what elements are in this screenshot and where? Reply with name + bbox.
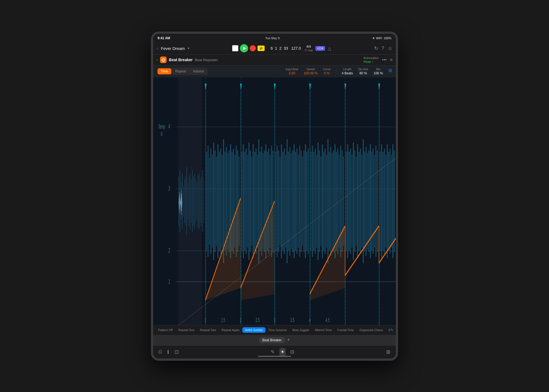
curve-value[interactable]: 0 % <box>324 71 330 75</box>
power-button[interactable]: ⏻ <box>160 57 167 63</box>
svg-rect-58 <box>242 151 242 250</box>
sub-position: 2 <box>279 46 282 50</box>
back-button[interactable]: ‹ <box>156 46 158 51</box>
param-group: Input Beat 3.50 Speed 100.00 % Curve 0 %… <box>286 68 392 75</box>
svg-rect-68 <box>256 148 256 254</box>
help-icon[interactable]: ? <box>382 46 384 51</box>
svg-rect-46 <box>223 139 224 263</box>
automation-control[interactable]: Automation Read ○ <box>363 56 379 63</box>
preset-item-2[interactable]: Repeat Two <box>197 327 219 333</box>
pencil-tool-icon[interactable]: ✎ <box>271 349 275 355</box>
indicator-dot <box>373 37 374 39</box>
param-input-beat: Input Beat 3.50 <box>286 68 298 75</box>
svg-rect-63 <box>248 142 249 260</box>
preset-item-8[interactable]: Fractal Time <box>335 327 357 333</box>
sliders-icon[interactable]: ⊞ <box>388 68 392 73</box>
preset-item-9[interactable]: Organized Chaos <box>357 327 386 333</box>
bottom-toolbar-right: ⊞ <box>386 349 390 355</box>
svg-rect-208 <box>181 199 181 206</box>
preset-edit-button[interactable]: ✎ <box>390 328 394 332</box>
svg-rect-123 <box>336 151 337 250</box>
preset-item-7[interactable]: Altered Time <box>312 327 335 333</box>
undo-icon[interactable]: ↻ <box>374 45 378 51</box>
svg-rect-204 <box>180 192 180 213</box>
project-name[interactable]: Fever Dream <box>161 46 185 51</box>
tab-repeat[interactable]: Repeat <box>172 68 189 74</box>
battery-indicator: 100% <box>384 36 391 40</box>
preset-item-4[interactable]: Artful Jumble <box>242 327 265 333</box>
mixer-icon[interactable]: ⊟ <box>290 349 294 355</box>
svg-rect-47 <box>225 151 225 250</box>
svg-text:1.5: 1.5 <box>221 316 225 323</box>
svg-rect-211 <box>181 194 182 211</box>
ipad-screen: 9:41 AM Tue May 9 WiFi 100% ‹ Fever Drea… <box>153 34 396 359</box>
preset-item-6[interactable]: Beat Juggler <box>290 327 312 333</box>
tempo-display[interactable]: 127.0 <box>291 46 301 50</box>
preset-items: Pattern OffRepeat OneRepeat TwoRepeat Ag… <box>155 327 390 333</box>
info-icon[interactable]: ℹ <box>167 349 169 355</box>
svg-rect-130 <box>347 144 348 258</box>
loop-browser-icon[interactable]: ⎙ <box>159 349 162 355</box>
input-beat-value[interactable]: 3.50 <box>289 71 295 75</box>
plugin-back-button[interactable]: ‹ <box>156 57 158 62</box>
preset-item-1[interactable]: Repeat One <box>175 327 197 333</box>
play-button[interactable] <box>240 44 248 52</box>
preset-item-10[interactable]: Scattered Time <box>386 327 390 333</box>
menu-button[interactable]: ≡ <box>390 57 393 62</box>
svg-rect-67 <box>254 151 255 250</box>
svg-rect-150 <box>376 145 376 257</box>
svg-rect-69 <box>257 155 258 248</box>
svg-rect-35 <box>208 145 208 257</box>
param-curve: Curve 0 % <box>323 68 330 75</box>
svg-rect-160 <box>391 155 392 248</box>
record-button[interactable] <box>250 45 256 51</box>
more-options-button[interactable]: ••• <box>382 57 387 62</box>
preset-item-0[interactable]: Pattern Off <box>155 327 175 333</box>
speed-value[interactable]: 100.00 % <box>304 71 318 75</box>
svg-rect-92 <box>291 153 292 249</box>
piano-roll-icon[interactable]: ⊞ <box>386 349 390 355</box>
svg-rect-142 <box>364 151 365 250</box>
cycle-icon: ⇄ <box>260 46 262 50</box>
svg-rect-39 <box>213 142 214 260</box>
profile-icon[interactable]: ☺ <box>388 46 393 51</box>
plugin-selector-badge[interactable]: Beat Breaker <box>259 337 285 343</box>
add-plugin-button[interactable]: + <box>287 337 290 343</box>
tuner-icon[interactable]: △ <box>328 46 331 51</box>
time-sig-top: 4/4 <box>306 45 311 49</box>
svg-rect-139 <box>360 148 361 254</box>
wifi-icon: WiFi <box>376 36 382 40</box>
view-tab-group: Time Repeat Volume <box>157 68 208 75</box>
layout-icon[interactable]: ⊡ <box>175 349 179 355</box>
length-label: Length <box>343 68 352 71</box>
svg-text:1: 1 <box>205 316 206 323</box>
tab-time[interactable]: Time <box>158 68 171 74</box>
beat-position: 1 <box>275 46 277 50</box>
svg-rect-202 <box>179 198 179 207</box>
preset-item-5[interactable]: Time Surprise <box>265 327 290 333</box>
stop-button[interactable] <box>232 45 238 51</box>
svg-text:2: 2 <box>240 316 242 323</box>
svg-rect-154 <box>383 151 383 250</box>
svg-rect-213 <box>182 201 182 204</box>
chord-badge[interactable]: ♯234 <box>315 46 325 51</box>
svg-rect-140 <box>362 155 362 248</box>
tab-volume[interactable]: Volume <box>190 68 207 74</box>
declick-value[interactable]: 80 % <box>360 71 367 75</box>
mix-value[interactable]: 100 % <box>374 71 383 75</box>
position-display: 6 1 2 33 127.0 <box>271 46 301 50</box>
svg-rect-136 <box>356 156 357 246</box>
svg-rect-36 <box>209 158 210 244</box>
waveform-area[interactable]: 4 3 2 1 Temp 8 1 1.5 2 2.5 3 3.5 4 4.5 <box>153 77 396 325</box>
svg-rect-61 <box>246 148 247 254</box>
length-value[interactable]: 4 Beats <box>342 71 353 75</box>
svg-rect-111 <box>319 150 320 252</box>
svg-text:4: 4 <box>309 316 311 323</box>
svg-rect-152 <box>380 151 380 250</box>
svg-rect-94 <box>294 144 295 258</box>
transport-controls: ⇄ <box>232 44 265 52</box>
svg-rect-83 <box>278 150 279 252</box>
brightness-icon[interactable]: ☀ <box>279 348 286 356</box>
preset-item-3[interactable]: Repeat Again <box>219 327 242 333</box>
cycle-button[interactable]: ⇄ <box>257 46 265 51</box>
